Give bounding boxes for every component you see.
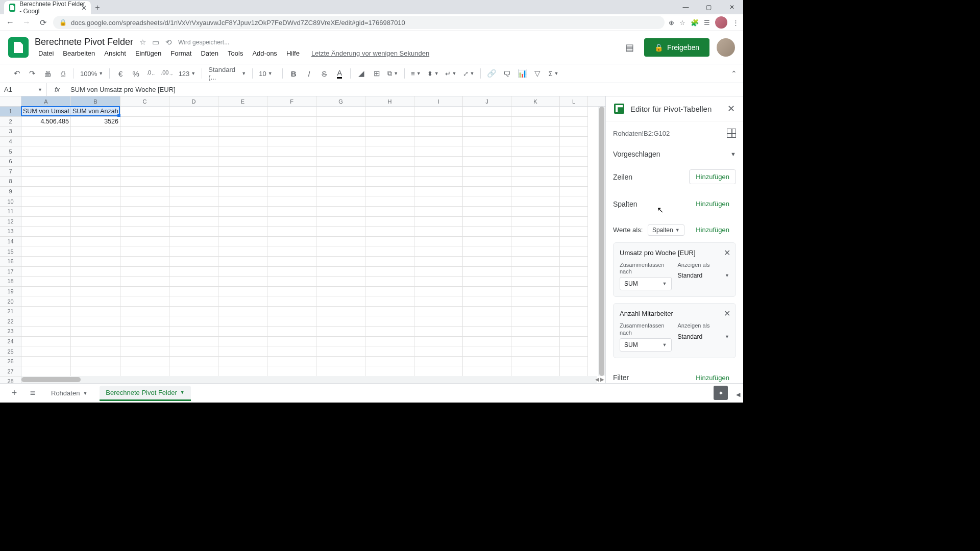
- row-header[interactable]: 4: [0, 137, 21, 147]
- cell[interactable]: [120, 277, 169, 287]
- cell[interactable]: [414, 196, 463, 207]
- cell[interactable]: [21, 157, 71, 167]
- cell[interactable]: [218, 267, 267, 277]
- row-header[interactable]: 9: [0, 187, 21, 197]
- cell[interactable]: [560, 137, 588, 147]
- cell[interactable]: [71, 246, 120, 257]
- cell[interactable]: [463, 366, 511, 377]
- cell[interactable]: [316, 246, 365, 257]
- cell[interactable]: [414, 187, 463, 197]
- cell[interactable]: [316, 227, 365, 237]
- cell[interactable]: [267, 177, 316, 187]
- cell[interactable]: [120, 327, 169, 337]
- cell[interactable]: [365, 196, 414, 207]
- row-header[interactable]: 7: [0, 167, 21, 177]
- column-header[interactable]: K: [511, 96, 560, 106]
- cell[interactable]: [267, 296, 316, 307]
- strike-button[interactable]: S: [317, 67, 331, 80]
- cell[interactable]: [560, 296, 588, 307]
- cell[interactable]: [169, 307, 218, 317]
- cell[interactable]: [414, 366, 463, 377]
- cell[interactable]: [560, 327, 588, 337]
- row-header[interactable]: 8: [0, 177, 21, 187]
- spreadsheet-grid[interactable]: ABCDEFGHIJKL 123456789101112131415161718…: [0, 96, 605, 383]
- cell[interactable]: [560, 177, 588, 187]
- sheet-nav-arrows[interactable]: ◀▶: [594, 375, 605, 383]
- back-button[interactable]: ←: [4, 16, 16, 29]
- cell[interactable]: [414, 277, 463, 287]
- cell[interactable]: [511, 316, 560, 327]
- cell[interactable]: [316, 287, 365, 297]
- cell[interactable]: [560, 287, 588, 297]
- merge-button[interactable]: ⧉▼: [385, 69, 400, 78]
- cell[interactable]: [365, 137, 414, 147]
- horizontal-scrollbar[interactable]: [21, 376, 597, 383]
- reading-list-icon[interactable]: ☰: [704, 19, 710, 27]
- cell[interactable]: [414, 157, 463, 167]
- cell[interactable]: [267, 357, 316, 367]
- cell[interactable]: [71, 167, 120, 177]
- cell[interactable]: [365, 127, 414, 137]
- cell[interactable]: [267, 327, 316, 337]
- cell[interactable]: [414, 267, 463, 277]
- row-header[interactable]: 11: [0, 207, 21, 217]
- cell[interactable]: [511, 296, 560, 307]
- chart-button[interactable]: 📊: [516, 67, 529, 80]
- cell[interactable]: [560, 307, 588, 317]
- cell[interactable]: [316, 307, 365, 317]
- name-box[interactable]: A1 ▼: [0, 83, 47, 96]
- cell[interactable]: [316, 357, 365, 367]
- cell[interactable]: [169, 316, 218, 327]
- tab-close-icon[interactable]: ✕: [81, 4, 87, 12]
- menu-format[interactable]: Format: [167, 48, 195, 58]
- cell[interactable]: [21, 316, 71, 327]
- row-header[interactable]: 2: [0, 117, 21, 127]
- undo-button[interactable]: ↶: [10, 67, 23, 80]
- cell[interactable]: [169, 187, 218, 197]
- cell[interactable]: [463, 346, 511, 357]
- cell[interactable]: [21, 357, 71, 367]
- cell[interactable]: [316, 217, 365, 227]
- cell[interactable]: [267, 196, 316, 207]
- window-close-icon[interactable]: ✕: [720, 0, 743, 14]
- cell[interactable]: [316, 296, 365, 307]
- cell[interactable]: [218, 257, 267, 267]
- cell[interactable]: [218, 187, 267, 197]
- cell[interactable]: SUM von Anzah: [71, 107, 120, 117]
- cell[interactable]: [463, 296, 511, 307]
- row-header[interactable]: 16: [0, 257, 21, 267]
- row-header[interactable]: 14: [0, 237, 21, 247]
- column-header[interactable]: E: [218, 96, 267, 106]
- cell[interactable]: [21, 366, 71, 377]
- cell[interactable]: [463, 107, 511, 117]
- cell[interactable]: [120, 307, 169, 317]
- cell[interactable]: [218, 127, 267, 137]
- cell[interactable]: [560, 187, 588, 197]
- cell[interactable]: [169, 296, 218, 307]
- cell[interactable]: [365, 146, 414, 157]
- cell[interactable]: [71, 337, 120, 347]
- cell[interactable]: [169, 167, 218, 177]
- cell[interactable]: [120, 227, 169, 237]
- cell[interactable]: [120, 117, 169, 127]
- cell[interactable]: [511, 346, 560, 357]
- font-dropdown[interactable]: Standard (...▼: [206, 66, 248, 81]
- cell[interactable]: [414, 346, 463, 357]
- cell[interactable]: [365, 167, 414, 177]
- cell[interactable]: [267, 217, 316, 227]
- cell[interactable]: [560, 157, 588, 167]
- cell[interactable]: [120, 246, 169, 257]
- column-header[interactable]: D: [169, 96, 218, 106]
- cell[interactable]: [463, 337, 511, 347]
- cell[interactable]: [267, 316, 316, 327]
- cell[interactable]: [560, 196, 588, 207]
- redo-button[interactable]: ↷: [26, 67, 39, 80]
- cell[interactable]: [365, 217, 414, 227]
- percent-button[interactable]: %: [129, 67, 142, 80]
- cell[interactable]: [218, 346, 267, 357]
- cell[interactable]: [511, 137, 560, 147]
- cell[interactable]: [71, 257, 120, 267]
- cell[interactable]: [316, 146, 365, 157]
- cell[interactable]: [316, 177, 365, 187]
- cell[interactable]: [21, 327, 71, 337]
